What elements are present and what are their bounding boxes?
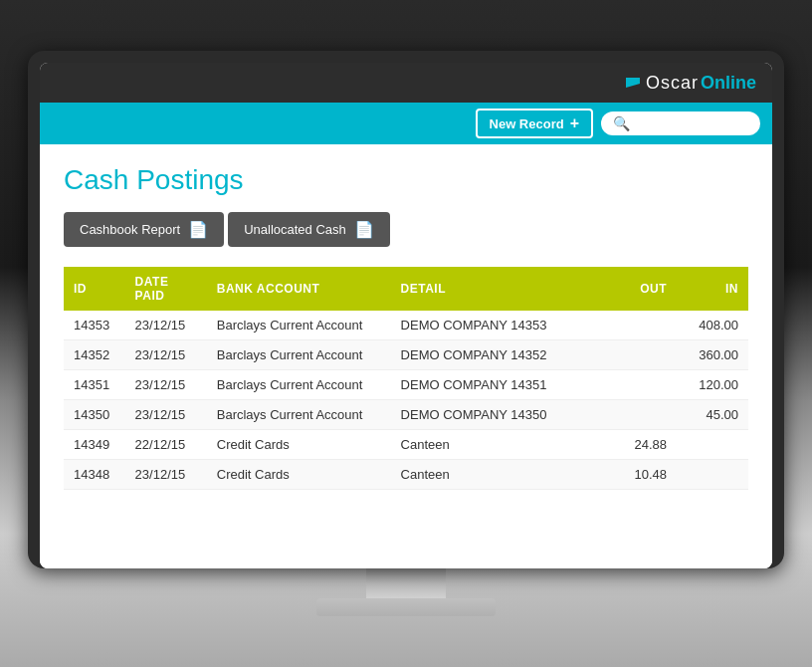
logo-oscar: Oscar xyxy=(646,73,699,94)
cell-out xyxy=(595,370,677,400)
table-row[interactable]: 1434922/12/15Credit CardsCanteen24.88 xyxy=(64,430,748,460)
new-record-button[interactable]: New Record + xyxy=(476,109,593,138)
cell-date: 23/12/15 xyxy=(125,311,207,340)
logo-online: Online xyxy=(701,73,756,94)
screen: Oscar Online New Record + 🔍 xyxy=(40,63,772,568)
cell-date: 23/12/15 xyxy=(125,400,207,430)
search-input[interactable] xyxy=(636,116,748,131)
cash-postings-table: ID DATE PAID BANK ACCOUNT DETAIL OUT IN … xyxy=(64,267,748,490)
cell-out xyxy=(595,340,677,370)
monitor-stand-neck xyxy=(366,568,446,598)
logo: Oscar Online xyxy=(626,73,756,94)
unallocated-doc-icon: 📄 xyxy=(354,220,374,239)
cell-out xyxy=(595,400,677,430)
cell-date: 23/12/15 xyxy=(125,340,207,370)
monitor-stand-base xyxy=(316,598,496,616)
cell-id: 14353 xyxy=(64,311,125,340)
cell-bank: Barclays Current Account xyxy=(207,340,391,370)
search-box: 🔍 xyxy=(601,111,760,135)
plus-icon: + xyxy=(570,114,579,132)
unallocated-cash-button[interactable]: Unallocated Cash 📄 xyxy=(228,212,390,247)
table-row[interactable]: 1435323/12/15Barclays Current AccountDEM… xyxy=(64,311,748,340)
col-header-date: DATE PAID xyxy=(125,267,207,311)
cell-date: 23/12/15 xyxy=(125,370,207,400)
cell-out: 24.88 xyxy=(595,430,677,460)
cell-in: 120.00 xyxy=(677,370,748,400)
cell-id: 14348 xyxy=(64,460,125,490)
search-icon: 🔍 xyxy=(613,115,630,131)
cell-bank: Barclays Current Account xyxy=(207,311,391,340)
table-header-row: ID DATE PAID BANK ACCOUNT DETAIL OUT IN xyxy=(64,267,748,311)
monitor-bezel: Oscar Online New Record + 🔍 xyxy=(40,63,772,568)
cell-id: 14351 xyxy=(64,370,125,400)
cell-in: 408.00 xyxy=(677,311,748,340)
monitor: Oscar Online New Record + 🔍 xyxy=(28,51,784,568)
cell-id: 14352 xyxy=(64,340,125,370)
action-buttons: Cashbook Report 📄 Unallocated Cash 📄 xyxy=(64,212,748,247)
cell-id: 14349 xyxy=(64,430,125,460)
cell-detail: DEMO COMPANY 14351 xyxy=(391,370,595,400)
unallocated-cash-label: Unallocated Cash xyxy=(244,222,346,237)
cell-date: 23/12/15 xyxy=(125,460,207,490)
col-header-out: OUT xyxy=(595,267,677,311)
cell-in: 45.00 xyxy=(677,400,748,430)
cell-out: 10.48 xyxy=(595,460,677,490)
cell-detail: DEMO COMPANY 14352 xyxy=(391,340,595,370)
toolbar: New Record + 🔍 xyxy=(40,103,772,144)
col-header-in: IN xyxy=(677,267,748,311)
cashbook-report-button[interactable]: Cashbook Report 📄 xyxy=(64,212,224,247)
cell-detail: Canteen xyxy=(391,430,595,460)
table-row[interactable]: 1435023/12/15Barclays Current AccountDEM… xyxy=(64,400,748,430)
cell-bank: Barclays Current Account xyxy=(207,370,391,400)
cell-in xyxy=(677,430,748,460)
cell-date: 22/12/15 xyxy=(125,430,207,460)
col-header-id: ID xyxy=(64,267,125,311)
top-bar: Oscar Online xyxy=(40,63,772,103)
cell-detail: DEMO COMPANY 14353 xyxy=(391,311,595,340)
col-header-detail: DETAIL xyxy=(391,267,595,311)
cell-detail: Canteen xyxy=(391,460,595,490)
logo-flag-icon xyxy=(626,78,640,88)
cell-in: 360.00 xyxy=(677,340,748,370)
table-row[interactable]: 1434823/12/15Credit CardsCanteen10.48 xyxy=(64,460,748,490)
cell-detail: DEMO COMPANY 14350 xyxy=(391,400,595,430)
new-record-label: New Record xyxy=(490,116,564,131)
col-header-bank: BANK ACCOUNT xyxy=(207,267,391,311)
cell-bank: Credit Cards xyxy=(207,430,391,460)
cashbook-report-label: Cashbook Report xyxy=(80,222,180,237)
table-row[interactable]: 1435123/12/15Barclays Current AccountDEM… xyxy=(64,370,748,400)
cell-out xyxy=(595,311,677,340)
cashbook-doc-icon: 📄 xyxy=(188,220,208,239)
cell-bank: Barclays Current Account xyxy=(207,400,391,430)
cell-id: 14350 xyxy=(64,400,125,430)
cell-bank: Credit Cards xyxy=(207,460,391,490)
main-content: Cash Postings Cashbook Report 📄 Unalloca… xyxy=(40,144,772,568)
table-row[interactable]: 1435223/12/15Barclays Current AccountDEM… xyxy=(64,340,748,370)
page-title: Cash Postings xyxy=(64,164,748,196)
cell-in xyxy=(677,460,748,490)
